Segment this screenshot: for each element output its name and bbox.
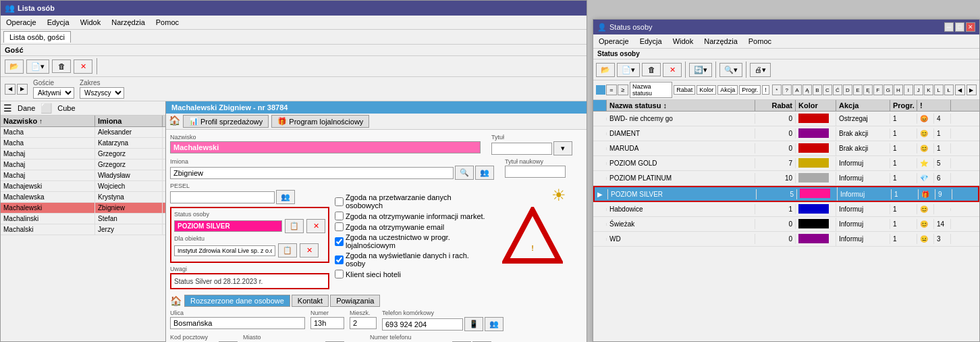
status-print-btn[interactable]: 🖨▾ [750,63,771,77]
tel-kom-input[interactable] [382,318,463,331]
list-row[interactable]: Machaj Władysław [1,170,165,181]
status-delete-btn[interactable]: 🗑 [642,63,661,76]
dla-objektu-input[interactable] [174,245,275,256]
status-menu-operacje[interactable]: Operacje [596,36,632,47]
list-row[interactable]: Machajewski Wojciech [1,181,165,192]
col-progr[interactable]: Progr. [890,100,917,111]
tel-kom-people-btn[interactable]: 👥 [485,317,503,331]
status-minimize-btn[interactable]: ─ [944,22,954,32]
list-row[interactable]: Machaj Grzegorz [1,149,165,160]
nav-left-btn[interactable]: ◀ [5,84,16,95]
menu-pomoc[interactable]: Pomoc [153,17,182,28]
letter-btn-C[interactable]: C [823,84,832,95]
cb-lojalnosc[interactable] [335,237,344,246]
filter-zakres-select[interactable]: Wszyscy [80,87,124,99]
cb-email[interactable] [335,222,344,231]
letter-btn-H[interactable]: H [894,84,903,95]
list-row[interactable]: Machalinski Stefan [1,214,165,224]
status-menu-edycja[interactable]: Edycja [637,36,665,47]
tab-program[interactable]: 🎁 Program lojalnościowy [271,115,369,128]
toolbar-open-btn[interactable]: 📂 [5,59,24,74]
cb-hotele[interactable] [335,270,344,278]
tytul-dropdown-btn[interactable]: ▾ [553,141,572,155]
nazwisko-input[interactable] [170,141,481,153]
menu-edycja[interactable]: Edycja [45,17,72,28]
letter-btn-B[interactable]: B [813,84,822,95]
mieszk-input[interactable] [350,317,377,329]
tab-kontakt[interactable]: Kontakt [292,295,329,307]
status-list-row[interactable]: WD 0 Informuj 1 😐 3 [593,232,979,247]
col-akcja[interactable]: Akcja [836,100,890,111]
list-row[interactable]: Machalewski Zbigniew [1,203,165,214]
status-close-btn[interactable]: ✕ [966,22,975,32]
cube-label[interactable]: Cube [57,104,75,112]
cb-informacje[interactable] [335,212,344,220]
status-clear-btn[interactable]: ✕ [306,219,325,233]
nav-right-btn[interactable]: ▶ [17,84,28,95]
imiona-search-btn[interactable]: 🔍 [455,166,474,180]
toolbar-delete-btn[interactable]: 🗑 [52,59,71,73]
status-menu-widok[interactable]: Widok [670,36,697,47]
objekt-clear-btn[interactable]: ✕ [300,243,319,258]
letter-btn-L[interactable]: L [934,84,944,95]
tab-rozszerzone[interactable]: Rozszerzone dane osobowe [184,295,290,307]
list-row[interactable]: Macha Katarzyna [1,138,165,149]
status-x-btn[interactable]: ✕ [663,63,682,77]
status-new-btn[interactable]: 📄▾ [617,63,640,77]
status-list-row[interactable]: BWD- nie chcemy go 0 Ostrzegaj 1 😡 4 [593,112,979,126]
toolbar-x-btn[interactable]: ✕ [74,59,92,74]
status-nav-eq[interactable]: = [606,84,617,95]
tytul-naukowy-input[interactable] [505,166,566,178]
status-arr-right[interactable]: ▶ [967,84,977,95]
letter-btn-K[interactable]: K [924,84,933,95]
letter-btn-E[interactable]: E [853,84,863,95]
letter-btn-D[interactable]: D [843,84,852,95]
status-filter-btn[interactable]: 🔍▾ [719,63,742,77]
tytul-input[interactable] [491,143,552,155]
status-open-btn[interactable]: 📂 [596,63,615,77]
col-rabat[interactable]: Rabat [755,100,796,111]
status-input[interactable] [174,220,282,232]
tel-kom-icon-btn[interactable]: 📱 [464,317,483,331]
col-kolor[interactable]: Kolor [796,100,836,111]
status-list-row[interactable]: POZIOM PLATINUM 10 Informuj 1 💎 6 [593,171,979,186]
letter-btn-F[interactable]: F [873,84,883,95]
letter-btn-Ę[interactable]: Ę [863,84,873,95]
letter-btn-I[interactable]: I [904,84,913,95]
letter-btn-G[interactable]: G [883,84,893,95]
home-icon[interactable]: 🏠 [169,115,180,128]
list-row[interactable]: Macha Aleksander [1,127,165,138]
cb-przetwarzanie[interactable] [335,197,344,206]
list-row[interactable]: Machalewska Krystyna [1,192,165,203]
status-nav-ge[interactable]: ≥ [618,84,628,95]
letter-btn-?[interactable]: ? [782,84,792,95]
list-row[interactable]: Machalski Jerzy [1,224,165,235]
ulica-input[interactable] [170,317,305,329]
tab-powiazania[interactable]: Powiązania [330,295,380,307]
pesel-input[interactable] [170,191,275,203]
status-browse-btn[interactable]: 📋 [285,219,304,233]
menu-narzedzia[interactable]: Narzędzia [109,17,148,28]
letter-btn-Ć[interactable]: Ć [833,84,842,95]
letter-btn-J[interactable]: J [914,84,923,95]
cb-dane[interactable] [335,255,344,264]
letter-btn-Ł[interactable]: Ł [944,84,954,95]
objekt-browse-btn[interactable]: 📋 [278,243,297,258]
status-menu-narzedzia[interactable]: Narzędzia [701,36,740,47]
status-list-row[interactable]: ▶ POZIOM SILVER 5 Informuj 1 🎁 9 [593,186,979,202]
tab-lista-osob[interactable]: Lista osób, gości [3,31,71,43]
letter-btn-Ą[interactable]: Ą [802,84,812,95]
col-nazwa-statusu[interactable]: Nazwa statusu ↕ [607,100,755,111]
toolbar-new-btn[interactable]: 📄▾ [26,59,49,74]
status-arr-left[interactable]: ◀ [955,84,965,95]
status-refresh-btn[interactable]: 🔄▾ [689,63,712,77]
filter-blue-btn[interactable] [596,85,605,95]
letter-btn-*[interactable]: * [772,84,782,95]
letter-btn-A[interactable]: A [792,84,802,95]
status-list-row[interactable]: MARUDA 0 Brak akcji 1 😊 1 [593,141,979,156]
status-list-row[interactable]: DIAMENT 0 Brak akcji 1 😊 1 [593,126,979,141]
data-label[interactable]: Dane [18,104,35,112]
imiona-input[interactable] [170,167,454,179]
pesel-btn[interactable]: 👥 [276,190,295,204]
status-menu-pomoc[interactable]: Pomoc [746,36,774,47]
